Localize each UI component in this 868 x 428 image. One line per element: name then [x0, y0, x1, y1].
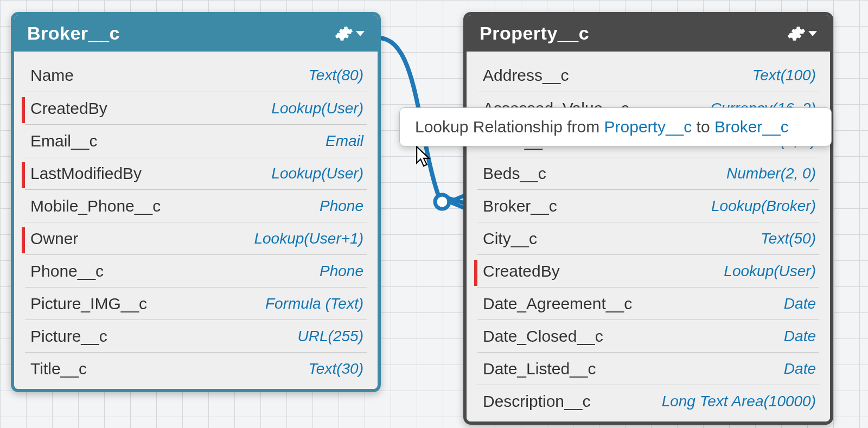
field-name: Title__c: [25, 360, 87, 378]
field-row[interactable]: LastModifiedByLookup(User): [25, 157, 367, 189]
gear-icon: [787, 24, 806, 43]
tooltip-prefix: Lookup Relationship from: [415, 118, 604, 136]
field-name: Name: [25, 66, 74, 85]
field-name: Description__c: [477, 392, 590, 411]
field-type: Date: [784, 360, 819, 378]
field-name: Broker__c: [477, 197, 557, 215]
field-type: Lookup(User): [271, 100, 367, 117]
field-row[interactable]: Email__cEmail: [25, 124, 367, 157]
field-type: Lookup(Broker): [711, 197, 819, 215]
field-name: Picture__c: [25, 327, 107, 346]
panel-settings-property[interactable]: [787, 24, 817, 43]
field-type: Lookup(User+1): [254, 230, 367, 247]
field-row[interactable]: Broker__cLookup(Broker): [477, 189, 819, 222]
field-type: Text(80): [308, 67, 367, 84]
field-row[interactable]: Date_Agreement__cDate: [477, 287, 819, 320]
panel-header-property[interactable]: Property__c: [467, 15, 830, 52]
field-name: Mobile_Phone__c: [25, 197, 161, 215]
relationship-tooltip: Lookup Relationship from Property__c to …: [399, 107, 832, 146]
tooltip-middle: to: [692, 118, 714, 136]
field-row[interactable]: Picture_IMG__cFormula (Text): [25, 287, 367, 320]
field-type: Text(50): [761, 230, 819, 247]
field-name: Email__c: [25, 132, 97, 150]
field-type: Date: [784, 328, 819, 345]
field-name: Date_Listed__c: [477, 360, 596, 378]
field-row[interactable]: OwnerLookup(User+1): [25, 222, 367, 254]
field-row[interactable]: Date_Listed__cDate: [477, 352, 819, 385]
field-type: Long Text Area(10000): [662, 393, 819, 410]
field-name: Date_Agreement__c: [477, 295, 632, 313]
field-row[interactable]: NameText(80): [25, 59, 367, 92]
field-row[interactable]: Beds__cNumber(2, 0): [477, 157, 819, 189]
field-row[interactable]: CreatedByLookup(User): [25, 92, 367, 124]
field-row[interactable]: Phone__cPhone: [25, 254, 367, 287]
field-row[interactable]: Mobile_Phone__cPhone: [25, 189, 367, 222]
field-type: Text(30): [308, 360, 367, 378]
field-name: City__c: [477, 229, 537, 248]
chevron-down-icon: [808, 29, 817, 38]
field-type: Date: [784, 295, 819, 312]
panel-body-broker: NameText(80)CreatedByLookup(User)Email__…: [14, 52, 378, 389]
field-row[interactable]: CreatedByLookup(User): [477, 254, 819, 287]
field-row[interactable]: Title__cText(30): [25, 352, 367, 385]
field-name: Address__c: [477, 66, 569, 85]
panel-title: Property__c: [480, 23, 589, 44]
field-row[interactable]: Address__cText(100): [477, 59, 819, 92]
field-type: Phone: [320, 197, 367, 215]
field-name: Date_Closed__c: [477, 327, 603, 346]
field-type: Number(2, 0): [726, 165, 819, 182]
field-name: CreatedBy: [25, 99, 107, 118]
field-row[interactable]: Picture__cURL(255): [25, 320, 367, 352]
svg-point-0: [435, 195, 449, 209]
field-row[interactable]: Date_Closed__cDate: [477, 320, 819, 352]
gear-icon: [335, 24, 353, 43]
field-type: Formula (Text): [265, 295, 367, 312]
field-row[interactable]: Description__cLong Text Area(10000): [477, 385, 819, 417]
field-name: CreatedBy: [477, 262, 560, 280]
field-row[interactable]: City__cText(50): [477, 222, 819, 254]
field-name: Picture_IMG__c: [25, 295, 147, 313]
object-panel-property[interactable]: Property__c Address__cText(100)Assessed_…: [463, 12, 833, 425]
panel-header-broker[interactable]: Broker__c: [14, 15, 378, 52]
field-type: Lookup(User): [724, 263, 819, 280]
field-type: Phone: [320, 263, 367, 280]
field-type: Text(100): [752, 67, 819, 84]
chevron-down-icon: [356, 29, 365, 38]
tooltip-from-object[interactable]: Property__c: [604, 118, 692, 136]
field-type: URL(255): [298, 328, 367, 345]
object-panel-broker[interactable]: Broker__c NameText(80)CreatedByLookup(Us…: [11, 12, 381, 392]
field-name: Owner: [25, 229, 78, 248]
tooltip-to-object[interactable]: Broker__c: [714, 118, 789, 136]
field-name: Phone__c: [25, 262, 104, 280]
field-name: Beds__c: [477, 164, 546, 183]
field-type: Lookup(User): [271, 165, 367, 182]
field-type: Email: [326, 132, 367, 150]
panel-title: Broker__c: [27, 23, 120, 44]
mouse-cursor-icon: [416, 146, 432, 168]
panel-settings-broker[interactable]: [335, 24, 365, 43]
field-name: LastModifiedBy: [25, 164, 142, 183]
